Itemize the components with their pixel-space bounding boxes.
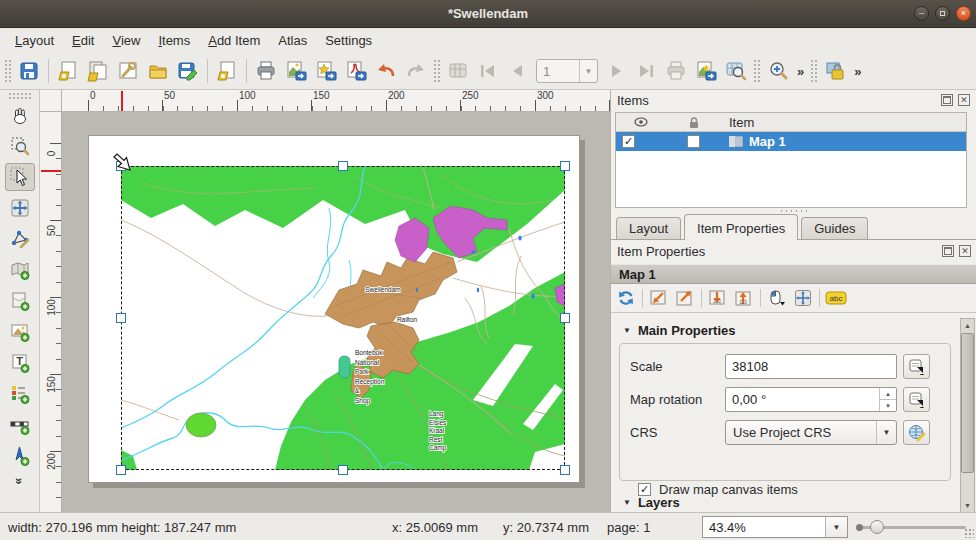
atlas-page-input[interactable] xyxy=(537,60,579,82)
pan-tool-button[interactable] xyxy=(5,101,35,129)
tab-layout[interactable]: Layout xyxy=(616,217,681,239)
first-feature-button[interactable] xyxy=(473,56,503,86)
edit-nodes-tool-button[interactable] xyxy=(5,225,35,253)
add-label-button[interactable]: T xyxy=(5,349,35,377)
map-item[interactable]: Swellendam Railton Bontebok National Par… xyxy=(121,166,565,470)
tools-toolbar-handle[interactable] xyxy=(8,92,32,99)
tools-overflow-chevron[interactable]: » xyxy=(13,478,27,485)
layout-canvas[interactable]: Swellendam Railton Bontebok National Par… xyxy=(62,112,610,512)
item-row-map1[interactable]: ✓ Map 1 xyxy=(616,132,966,151)
undo-button[interactable] xyxy=(371,56,401,86)
new-layout-button[interactable] xyxy=(53,56,83,86)
redo-button[interactable] xyxy=(401,56,431,86)
set-canvas-scale-to-map-button[interactable]: 123 xyxy=(731,287,757,309)
scroll-up-icon[interactable]: ▲ xyxy=(961,319,974,332)
export-pdf-button[interactable] xyxy=(341,56,371,86)
set-map-scale-to-canvas-button[interactable]: 123 xyxy=(705,287,731,309)
tab-guides[interactable]: Guides xyxy=(801,217,868,239)
select-move-item-tool-button[interactable] xyxy=(5,163,35,191)
section-main-properties[interactable]: ▼ Main Properties xyxy=(623,323,735,338)
print-atlas-button[interactable] xyxy=(661,56,691,86)
scroll-down-icon[interactable]: ▼ xyxy=(961,499,974,512)
next-feature-button[interactable] xyxy=(601,56,631,86)
duplicate-layout-button[interactable] xyxy=(83,56,113,86)
panel-splitter-handle[interactable] xyxy=(779,209,809,213)
scrollbar-thumb[interactable] xyxy=(961,333,974,473)
chevron-down-icon[interactable]: ▼ xyxy=(825,517,847,537)
close-panel-icon[interactable]: ✕ xyxy=(959,245,971,257)
selection-handle-se[interactable] xyxy=(560,465,570,475)
scale-override-button[interactable] xyxy=(903,354,930,379)
move-map-content-button[interactable] xyxy=(790,287,816,309)
zoom-slider-handle[interactable] xyxy=(870,520,884,534)
lock-checkbox[interactable] xyxy=(687,135,700,148)
zoom-toolbar-overflow[interactable]: » xyxy=(793,64,808,79)
maximize-button[interactable] xyxy=(935,6,950,21)
menu-atlas[interactable]: Atlas xyxy=(269,30,316,51)
export-image-button[interactable] xyxy=(281,56,311,86)
close-button[interactable]: × xyxy=(956,6,971,21)
menu-settings[interactable]: Settings xyxy=(316,30,381,51)
lock-items-button[interactable] xyxy=(820,56,850,86)
menu-add-item[interactable]: Add Item xyxy=(199,30,269,51)
set-extent-to-canvas-button[interactable] xyxy=(646,287,672,309)
selection-handle-s[interactable] xyxy=(338,465,348,475)
tab-item-properties[interactable]: Item Properties xyxy=(684,214,798,240)
menu-view[interactable]: View xyxy=(103,30,149,51)
add-3d-map-button[interactable] xyxy=(5,287,35,315)
minimize-button[interactable]: – xyxy=(914,6,929,21)
export-atlas-button[interactable] xyxy=(691,56,721,86)
zoom-in-button[interactable] xyxy=(763,56,793,86)
add-picture-button[interactable] xyxy=(5,318,35,346)
selection-handle-n[interactable] xyxy=(338,161,348,171)
zoom-level-combo[interactable]: ▼ xyxy=(702,516,848,538)
scale-input[interactable] xyxy=(725,354,897,379)
interactive-edit-extent-button[interactable] xyxy=(764,287,790,309)
save-project-button[interactable] xyxy=(14,56,44,86)
selection-handle-sw[interactable] xyxy=(116,465,126,475)
selection-handle-e[interactable] xyxy=(560,313,570,323)
save-as-template-button[interactable] xyxy=(173,56,203,86)
rotation-spinbox[interactable]: ▲▼ xyxy=(725,387,897,412)
crs-select-button[interactable] xyxy=(903,420,930,445)
toolbar-drag-handle[interactable] xyxy=(4,59,12,83)
properties-scrollbar[interactable]: ▲ ▼ xyxy=(960,318,975,513)
open-layout-button[interactable] xyxy=(143,56,173,86)
menu-edit[interactable]: Edit xyxy=(63,30,103,51)
last-feature-button[interactable] xyxy=(631,56,661,86)
visibility-checkbox[interactable]: ✓ xyxy=(622,135,635,148)
menu-layout[interactable]: Layout xyxy=(6,30,63,51)
title-bar[interactable]: *Swellendam – × xyxy=(0,0,976,28)
export-svg-button[interactable] xyxy=(311,56,341,86)
chevron-down-icon[interactable]: ▼ xyxy=(579,60,597,82)
close-panel-icon[interactable]: ✕ xyxy=(958,94,970,106)
refresh-map-button[interactable] xyxy=(613,287,639,309)
previous-feature-button[interactable] xyxy=(503,56,533,86)
zoom-tool-button[interactable] xyxy=(5,132,35,160)
add-north-arrow-button[interactable] xyxy=(5,442,35,470)
menu-items[interactable]: Items xyxy=(149,30,199,51)
move-content-tool-button[interactable] xyxy=(5,194,35,222)
layout-manager-button[interactable] xyxy=(113,56,143,86)
spinner-buttons[interactable]: ▲▼ xyxy=(879,388,896,411)
rotation-input[interactable] xyxy=(726,388,879,411)
float-panel-icon[interactable] xyxy=(942,245,954,257)
labeling-settings-button[interactable]: abc xyxy=(823,287,849,309)
add-scalebar-button[interactable] xyxy=(5,411,35,439)
window-resize-grip[interactable] xyxy=(964,528,974,538)
lock-toolbar-overflow[interactable]: » xyxy=(850,64,865,79)
add-legend-button[interactable] xyxy=(5,380,35,408)
print-button[interactable] xyxy=(251,56,281,86)
view-extent-in-canvas-button[interactable] xyxy=(672,287,698,309)
selection-handle-ne[interactable] xyxy=(560,161,570,171)
atlas-settings-button[interactable] xyxy=(721,56,751,86)
add-pages-button[interactable] xyxy=(212,56,242,86)
atlas-toolbar-handle[interactable] xyxy=(433,59,441,83)
zoom-level-input[interactable] xyxy=(703,517,825,537)
atlas-page-combo[interactable]: ▼ xyxy=(536,59,598,83)
section-layers[interactable]: ▼ Layers xyxy=(623,495,680,510)
rotation-override-button[interactable] xyxy=(903,387,930,412)
add-map-button[interactable] xyxy=(5,256,35,284)
preview-atlas-button[interactable] xyxy=(443,56,473,86)
lock-toolbar-handle[interactable] xyxy=(810,59,818,83)
